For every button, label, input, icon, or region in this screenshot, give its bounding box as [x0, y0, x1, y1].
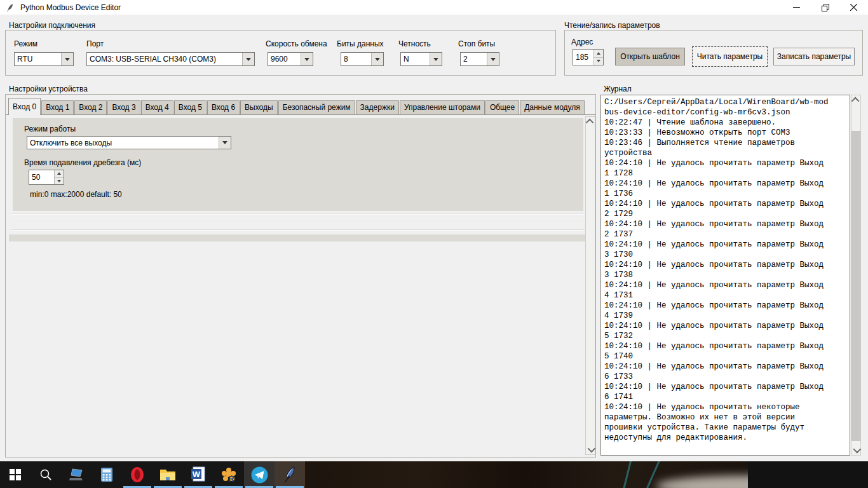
debounce-value: 50 — [29, 170, 54, 184]
port-combobox[interactable]: COM3: USB-SERIAL CH340 (COM3) — [86, 52, 255, 66]
log-line: 3 1730 — [604, 250, 850, 260]
spin-down-button[interactable] — [594, 58, 603, 65]
debounce-spinbox[interactable]: 50 — [29, 170, 64, 185]
chevron-down-icon[interactable] — [371, 53, 383, 65]
application-window: Python Modbus Device Editor Настройки по… — [0, 0, 868, 488]
tab-вход-2[interactable]: Вход 2 — [74, 100, 107, 114]
log-line: 10:22:47 | Чтение шаблона завершено. — [604, 118, 850, 128]
chevron-down-icon[interactable] — [487, 53, 499, 65]
chevron-down-icon[interactable] — [219, 137, 231, 149]
tab-вход-0[interactable]: Вход 0 — [8, 98, 41, 115]
separator — [11, 214, 585, 215]
stopbits-combobox[interactable]: 2 — [460, 52, 499, 66]
read-params-button[interactable]: Читать параметры — [692, 46, 768, 67]
minimize-button[interactable] — [782, 0, 811, 15]
tab-безопасный-режим[interactable]: Безопасный режим — [278, 100, 355, 114]
log-scrollbar[interactable] — [851, 95, 861, 456]
file-explorer-icon[interactable] — [153, 461, 183, 488]
calculator-icon[interactable] — [92, 461, 122, 488]
spin-down-button[interactable] — [55, 178, 64, 185]
separator — [11, 222, 585, 223]
device-page-scrollbar[interactable] — [585, 116, 595, 455]
log-line: недоступны для редактирования. — [604, 433, 850, 443]
chevron-down-icon[interactable] — [430, 53, 442, 65]
log-line: 5 1732 — [604, 331, 850, 341]
tab-вход-5[interactable]: Вход 5 — [174, 100, 207, 114]
log-line: 10:24:10 | Не удалось прочитать параметр… — [604, 199, 850, 209]
address-spinbox[interactable]: 185 — [573, 49, 604, 65]
tab-выходы[interactable]: Выходы — [240, 100, 278, 114]
debounce-label: Время подавления дребезга (мс) — [24, 158, 141, 167]
tab-задержки[interactable]: Задержки — [356, 100, 399, 114]
databits-label: Биты данных — [337, 39, 384, 48]
baud-combobox[interactable]: 9600 — [268, 52, 313, 66]
log-line: 10:24:10 | Не удалось прочитать параметр… — [604, 301, 850, 311]
databits-combobox[interactable]: 8 — [341, 52, 384, 66]
log-line: 6 1741 — [604, 392, 850, 402]
log-line: 10:24:10 | Не удалось прочитать некоторы… — [604, 402, 850, 412]
log-line: параметры. Возможно их нет в этой версии — [604, 412, 850, 423]
log-text: C:/Users/Сергей/AppData/Local/WirenBoard… — [600, 95, 850, 456]
address-value: 185 — [573, 50, 593, 65]
work-mode-value: Отключить все выходы — [27, 137, 219, 149]
mode-combobox[interactable]: RTU — [14, 52, 74, 66]
stopbits-value: 2 — [461, 53, 487, 65]
spin-up-button[interactable] — [594, 50, 603, 58]
log-line: 10:24:10 | Не удалось прочитать параметр… — [604, 240, 850, 250]
tab-вход-1[interactable]: Вход 1 — [41, 100, 74, 114]
work-mode-combobox[interactable]: Отключить все выходы — [27, 136, 231, 149]
tab-вход-4[interactable]: Вход 4 — [141, 100, 173, 114]
scroll-up-icon[interactable] — [586, 117, 595, 126]
python-feather-icon — [6, 3, 15, 12]
log-line: 1 1736 — [604, 189, 850, 199]
svg-text:W: W — [193, 470, 201, 479]
log-line: 10:24:10 | Не удалось прочитать параметр… — [604, 260, 850, 270]
chevron-down-icon[interactable] — [301, 53, 313, 65]
chevron-down-icon[interactable] — [61, 53, 73, 65]
log-line: 10:24:10 | Не удалось прочитать параметр… — [604, 321, 850, 331]
scrollbar-thumb[interactable] — [851, 131, 860, 441]
title-bar: Python Modbus Device Editor — [0, 0, 868, 15]
log-line: прошивки устройства. Такие параметры буд… — [604, 423, 850, 433]
log-line: 10:24:10 | Не удалось прочитать параметр… — [604, 219, 850, 229]
svg-text:R: R — [228, 474, 234, 483]
window-title: Python Modbus Device Editor — [20, 3, 121, 12]
scroll-down-icon[interactable] — [586, 445, 595, 454]
write-params-button[interactable]: Записать параметры — [773, 48, 855, 65]
log-line: C:/Users/Сергей/AppData/Local/WirenBoard… — [604, 97, 850, 107]
open-template-button[interactable]: Открыть шаблон — [615, 48, 685, 65]
tab-вход-6[interactable]: Вход 6 — [207, 100, 240, 114]
search-icon[interactable] — [31, 461, 61, 488]
parity-value: N — [401, 53, 430, 65]
device-group-label: Настройки устройства — [9, 85, 88, 93]
start-button[interactable] — [0, 461, 31, 488]
r-hub-icon[interactable]: R — [214, 461, 244, 488]
log-line: устройства — [604, 148, 850, 158]
close-button[interactable] — [839, 0, 868, 15]
device-tabs: Вход 0Вход 1Вход 2Вход 3Вход 4Вход 5Вход… — [8, 97, 585, 115]
parity-combobox[interactable]: N — [400, 52, 442, 66]
parity-label: Четность — [398, 39, 431, 48]
tab-данные-модуля[interactable]: Данные модуля — [520, 100, 585, 114]
spin-up-button[interactable] — [55, 170, 64, 178]
log-group-label: Журнал — [604, 85, 632, 93]
tab-общее[interactable]: Общее — [485, 100, 519, 114]
separator-band — [9, 234, 595, 241]
telegram-icon[interactable] — [244, 461, 275, 488]
tab-вход-3[interactable]: Вход 3 — [107, 100, 140, 114]
port-value: COM3: USB-SERIAL CH340 (COM3) — [87, 53, 242, 65]
scroll-down-icon[interactable] — [851, 445, 860, 455]
debounce-hint: min:0 max:2000 default: 50 — [30, 190, 122, 199]
databits-value: 8 — [341, 53, 371, 65]
tab-управление-шторами[interactable]: Управление шторами — [400, 100, 485, 114]
python-taskbar-icon[interactable] — [275, 461, 305, 488]
opera-icon[interactable] — [122, 461, 153, 488]
taskbar: W R РУС — [0, 461, 868, 488]
restore-button[interactable] — [811, 0, 839, 15]
tab-page-panel: Режим работы Отключить все выходы Время … — [13, 118, 583, 211]
log-line: 10:23:33 | Невозможно открыть порт COM3 — [604, 128, 850, 138]
word-icon[interactable]: W — [183, 461, 214, 488]
laptop-app-icon[interactable] — [61, 461, 92, 488]
chevron-down-icon[interactable] — [242, 53, 254, 65]
scroll-up-icon[interactable] — [851, 95, 860, 105]
